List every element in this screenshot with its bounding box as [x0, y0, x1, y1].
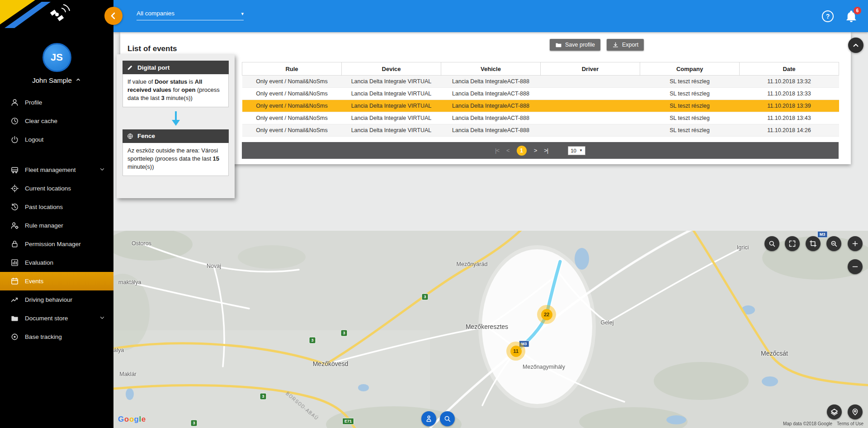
table-cell: 11.10.2018 13:33 [740, 88, 839, 100]
sidebar-item-rule-manager[interactable]: Rule manager [0, 216, 113, 235]
pencil-icon [127, 64, 133, 71]
table-row[interactable]: Only event / Nomail&NoSmsLancia Delta In… [242, 100, 839, 112]
menu-label: Driving behaviour [25, 296, 72, 303]
map-zoom-out-area-button[interactable] [826, 236, 841, 251]
table-cell: Lancia Delta IntegraleACT-888 [441, 112, 541, 124]
menu-label: Events [25, 278, 43, 285]
sidebar-item-profile[interactable]: Profile [0, 93, 113, 112]
map-town-label: Igrici [737, 244, 749, 251]
page-size-select[interactable]: 10 ▼ [568, 146, 585, 155]
zoom-in-button[interactable] [848, 236, 863, 251]
bar-chart-icon [10, 258, 19, 267]
sidebar-item-current-locations[interactable]: Current locations [0, 179, 113, 198]
table-cell: SL teszt részleg [640, 100, 740, 112]
street-view-person-button[interactable] [421, 411, 436, 426]
table-cell: Lancia Delta IntegraleACT-888 [441, 88, 541, 100]
map-town-label: Mezőcsát [761, 350, 788, 357]
export-button[interactable]: Export [607, 39, 644, 51]
user-menu-toggle[interactable]: John Sample [0, 76, 113, 84]
menu-label: Base tracking [25, 333, 62, 340]
notification-badge: 6 [854, 7, 861, 14]
company-dropdown-value: All companies [137, 10, 175, 17]
fullscreen-icon [788, 240, 796, 247]
table-cell [541, 112, 640, 124]
my-location-button[interactable] [848, 404, 863, 419]
download-icon [612, 42, 619, 48]
save-profile-button[interactable]: Save profile [550, 39, 600, 51]
minus-icon [851, 263, 859, 271]
events-table: Rule Device Vehicle Driver Company Date … [242, 62, 839, 137]
back-button[interactable] [104, 7, 123, 25]
next-page-button[interactable]: > [534, 147, 537, 154]
table-cell [541, 88, 640, 100]
sidebar-item-document-store[interactable]: Document store [0, 309, 113, 328]
table-cell: Lancia Delta IntegraleACT-888 [441, 100, 541, 112]
table-row[interactable]: Only event / Nomail&NoSmsLancia Delta In… [242, 124, 839, 137]
help-button[interactable]: ? [821, 10, 835, 23]
map-attribution: Map data ©2018 Google [783, 421, 832, 426]
table-cell: Lancia Delta Integrale VIRTUAL [342, 76, 441, 88]
menu-label: Permission Manager [25, 241, 81, 247]
column-header[interactable]: Device [342, 62, 441, 76]
sidebar-item-past-locations[interactable]: Past locations [0, 198, 113, 216]
chevron-down-icon [99, 166, 105, 174]
road-badge: 3 [421, 294, 428, 300]
first-page-button[interactable]: |< [495, 147, 499, 154]
column-header[interactable]: Company [640, 62, 740, 76]
sidebar-nav: Fleet management Current locations Past … [0, 161, 113, 346]
map-cluster-marker[interactable]: 11 [506, 342, 525, 361]
table-row[interactable]: Only event / Nomail&NoSmsLancia Delta In… [242, 112, 839, 124]
column-header[interactable]: Driver [541, 62, 640, 76]
map-layers-button[interactable] [827, 404, 842, 419]
table-row[interactable]: Only event / Nomail&NoSmsLancia Delta In… [242, 76, 839, 88]
map-town-label: Mezőkeresztes [466, 323, 508, 330]
sidebar-item-clear-cache[interactable]: Clear cache [0, 112, 113, 130]
column-header[interactable]: Rule [242, 62, 342, 76]
map-find-button[interactable] [440, 411, 455, 426]
last-page-button[interactable]: >| [544, 147, 548, 154]
menu-label: Fleet management [25, 166, 76, 173]
table-cell [541, 76, 640, 88]
table-cell: SL teszt részleg [640, 76, 740, 88]
sidebar-item-fleet-management[interactable]: Fleet management [0, 161, 113, 179]
svg-text:?: ? [826, 13, 830, 20]
table-row[interactable]: Only event / Nomail&NoSmsLancia Delta In… [242, 88, 839, 100]
table-cell: Only event / Nomail&NoSms [242, 76, 342, 88]
collapse-panel-button[interactable] [848, 38, 863, 53]
sidebar-item-permission-manager[interactable]: Permission Manager [0, 235, 113, 253]
column-header[interactable]: Vehicle [441, 62, 541, 76]
google-logo: Google [118, 415, 146, 424]
save-profile-label: Save profile [565, 42, 595, 48]
company-dropdown[interactable]: All companies ▾ [137, 10, 244, 20]
prev-page-button[interactable]: < [506, 147, 509, 154]
map-canvas[interactable]: OstorosNovajrnaktályaMezőnyárádMezőkeres… [113, 231, 868, 428]
sidebar-item-events[interactable]: Events [0, 272, 113, 290]
sidebar-item-base-tracking[interactable]: Base tracking [0, 328, 113, 346]
menu-label: Logout [25, 136, 43, 143]
road-badge: 3 [340, 330, 347, 337]
person-gear-icon [10, 221, 19, 230]
map-town-label: Mezőnyárád [457, 261, 488, 267]
terms-of-use-link[interactable]: Terms of Use [837, 421, 863, 426]
map-crop-button[interactable] [806, 236, 821, 251]
satellite-icon [50, 5, 70, 21]
caret-down-icon: ▼ [579, 148, 583, 152]
map-town-label: Novaj [207, 263, 221, 269]
lock-icon [10, 240, 19, 249]
table-cell: Lancia Delta IntegraleACT-888 [441, 76, 541, 88]
map-cluster-marker[interactable]: 22 [537, 305, 556, 324]
zoom-out-button[interactable] [848, 259, 863, 274]
column-header[interactable]: Date [740, 62, 839, 76]
map-search-button[interactable] [764, 236, 779, 251]
sidebar-item-logout[interactable]: Logout [0, 130, 113, 149]
target-icon [10, 333, 19, 342]
sidebar-item-evaluation[interactable]: Evaluation [0, 253, 113, 272]
rule-step1-header: Digital port [123, 61, 229, 74]
notifications-button[interactable]: 6 [844, 10, 858, 23]
sidebar-item-driving-behaviour[interactable]: Driving behaviour [0, 290, 113, 309]
table-cell: Lancia Delta IntegraleACT-888 [441, 124, 541, 137]
map-fullscreen-button[interactable] [785, 236, 800, 251]
person-icon [425, 415, 433, 423]
current-page-indicator[interactable]: 1 [517, 146, 527, 156]
events-table-body: Only event / Nomail&NoSmsLancia Delta In… [242, 76, 839, 137]
